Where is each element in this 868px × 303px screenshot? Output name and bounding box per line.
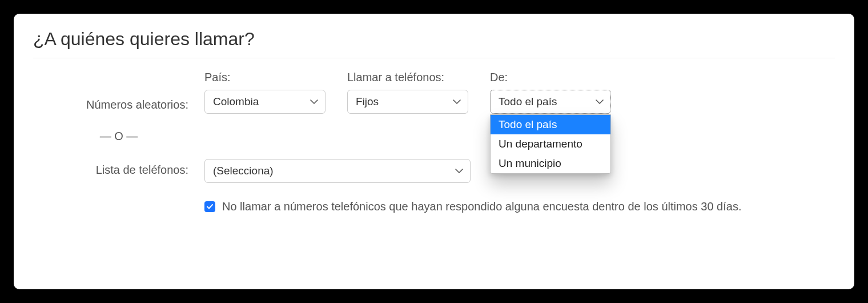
- select-country-value: Colombia: [213, 95, 259, 108]
- dropdown-option[interactable]: Un departamento: [491, 134, 610, 154]
- dropdown-option[interactable]: Un municipio: [491, 154, 610, 173]
- select-phone-list[interactable]: (Selecciona): [204, 159, 471, 183]
- field-country: País: Colombia: [204, 71, 326, 114]
- dropdown-option[interactable]: Todo el país: [491, 115, 610, 134]
- label-phone-type: Llamar a teléfonos:: [347, 71, 468, 84]
- select-scope[interactable]: Todo el país: [490, 90, 611, 114]
- chevron-down-icon: [310, 99, 318, 105]
- label-country: País:: [204, 71, 326, 84]
- dropdown-scope: Todo el país Un departamento Un municipi…: [490, 114, 611, 174]
- select-phone-type-value: Fijos: [356, 95, 379, 108]
- chevron-down-icon: [455, 168, 463, 174]
- chevron-down-icon: [596, 99, 604, 105]
- chevron-down-icon: [453, 99, 461, 105]
- field-phone-type: Llamar a teléfonos: Fijos: [347, 71, 468, 114]
- select-phone-type[interactable]: Fijos: [347, 90, 468, 114]
- divider: [33, 58, 835, 58]
- no-repeat-row: No llamar a números telefónicos que haya…: [204, 200, 835, 213]
- form-grid: Números aleatorios: País: Colombia Llama…: [33, 71, 835, 213]
- or-separator: — O —: [33, 114, 204, 159]
- row-random-fields: País: Colombia Llamar a teléfonos: Fijos: [204, 71, 835, 114]
- select-phone-list-value: (Selecciona): [213, 165, 274, 177]
- section-title: ¿A quiénes quieres llamar?: [33, 29, 835, 50]
- select-country[interactable]: Colombia: [204, 90, 326, 114]
- form-card: ¿A quiénes quieres llamar? Números aleat…: [14, 14, 854, 289]
- checkbox-no-repeat-label: No llamar a números telefónicos que haya…: [222, 200, 741, 213]
- row-list-label: Lista de teléfonos:: [33, 159, 204, 183]
- select-scope-value: Todo el país: [499, 95, 557, 108]
- field-scope: De: Todo el país Todo el país Un departa…: [490, 71, 611, 114]
- label-scope: De:: [490, 71, 611, 84]
- row-random-label: Números aleatorios:: [33, 71, 204, 114]
- checkbox-no-repeat[interactable]: [204, 201, 215, 212]
